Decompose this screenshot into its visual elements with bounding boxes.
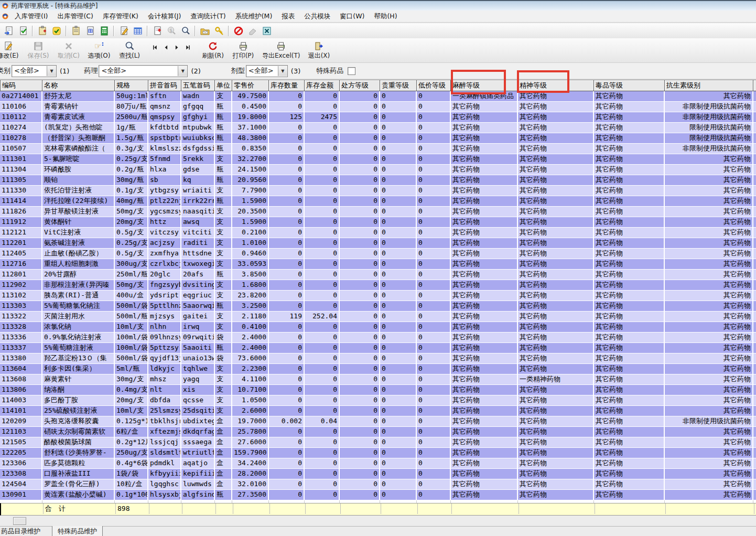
cell-零售价[interactable]: 73.6000: [232, 353, 269, 364]
cell-抗生素级别[interactable]: 其它药物: [665, 374, 753, 385]
cell-库存数量[interactable]: 0: [269, 364, 305, 374]
cell-库存金额[interactable]: 0: [305, 385, 340, 395]
cell-零售价[interactable]: 0.4100: [232, 322, 269, 333]
cell-贵重等级[interactable]: 0: [380, 207, 417, 217]
cell-库存数量[interactable]: 0: [269, 144, 305, 154]
cell-抗生素级别[interactable]: 其它药物: [665, 333, 753, 343]
cell-零售价[interactable]: 1.0500: [232, 395, 269, 406]
cell-低价等级[interactable]: 0: [417, 91, 451, 102]
cell-低价等级[interactable]: 0: [417, 312, 451, 322]
cell-麻醉等级[interactable]: 其它药物: [451, 364, 518, 374]
cell-抗生素级别[interactable]: 其它药物: [665, 448, 753, 458]
cell-抗生素级别[interactable]: 其它药物: [665, 186, 753, 196]
cell-毒品等级[interactable]: 其它药物: [594, 406, 665, 416]
cell-处方等级[interactable]: 0: [340, 133, 380, 144]
cell-规格[interactable]: 250ml/瓶: [115, 270, 148, 280]
cell-贵重等级[interactable]: 0: [380, 112, 417, 123]
cell-抗生素级别[interactable]: 其它药物: [665, 228, 753, 238]
cell-拼音首码[interactable]: tbklhsjr: [148, 416, 181, 427]
cell-零售价[interactable]: 48.3800: [232, 133, 269, 144]
table-row[interactable]: 113604利多卡因(集采）5ml/瓶ldkyjctqhlwe支2.230000…: [0, 364, 756, 374]
cell-规格[interactable]: 0.2g/瓶: [115, 165, 148, 175]
new-document-button[interactable]: [2, 24, 16, 38]
cell-麻醉等级[interactable]: 其它药物: [451, 437, 518, 448]
exit-door-button[interactable]: 退出(X): [304, 39, 334, 62]
cell-零售价[interactable]: 2.1180: [232, 312, 269, 322]
cell-贵重等级[interactable]: 0: [380, 249, 417, 259]
cell-名称[interactable]: VitC注射液: [42, 228, 115, 238]
cell-编码[interactable]: 111304: [0, 165, 42, 175]
cell-拼音首码[interactable]: xftezmjs: [148, 427, 181, 437]
menu-item[interactable]: 库存管理(K): [98, 12, 143, 21]
cell-毒品等级[interactable]: 其它药物: [594, 280, 665, 291]
cell-规格[interactable]: 1袋/袋: [115, 469, 148, 479]
cell-单位[interactable]: 支: [215, 91, 232, 102]
cell-名称[interactable]: 25%硫酸镁注射液: [42, 406, 115, 416]
table-row[interactable]: 110278（舒普深）头孢哌酮1.5g/瓶spstbptrwuiubksc瓶48…: [0, 133, 756, 144]
cell-毒品等级[interactable]: 其它药物: [594, 133, 665, 144]
cell-库存数量[interactable]: 0: [269, 448, 305, 458]
footer-tab-2[interactable]: 特殊药品维护: [52, 526, 103, 536]
cell-零售价[interactable]: 2.4000: [232, 333, 269, 343]
cell-编码[interactable]: 130901: [0, 490, 42, 500]
cell-库存数量[interactable]: 0: [269, 333, 305, 343]
cell-编码[interactable]: 112801: [0, 270, 42, 280]
cell-五笔首码[interactable]: txwoxegi: [181, 259, 215, 270]
cell-五笔首码[interactable]: yagq: [181, 374, 215, 385]
cell-麻醉等级[interactable]: 其它药物: [451, 353, 518, 364]
cell-库存金额[interactable]: 0: [305, 469, 340, 479]
cell-处方等级[interactable]: 0: [340, 175, 380, 186]
cell-处方等级[interactable]: 0: [340, 458, 380, 469]
cell-库存数量[interactable]: 0: [269, 490, 305, 500]
cell-拼音首码[interactable]: sftn: [148, 91, 181, 102]
clipboard-add-button[interactable]: [35, 24, 49, 38]
cell-库存金额[interactable]: 0: [305, 406, 340, 416]
cell-精神等级[interactable]: 其它药物: [518, 175, 594, 186]
save-button[interactable]: 保存(S): [23, 39, 53, 62]
cell-库存数量[interactable]: 0: [269, 374, 305, 385]
cell-处方等级[interactable]: 0: [340, 228, 380, 238]
cell-编码[interactable]: 111305: [0, 175, 42, 186]
table-row[interactable]: 111330依托泊苷注射液0.1g/支ytbgzsywriaiti支7.7900…: [0, 186, 756, 196]
cell-处方等级[interactable]: 0: [340, 123, 380, 133]
cell-麻醉等级[interactable]: 其它药物: [451, 322, 518, 333]
document-table-button[interactable]: [83, 24, 97, 38]
table-row[interactable]: 113806纳洛酮0.4mg/支nltxis支10.710000000其它药物其…: [0, 385, 756, 395]
cell-麻醉等级[interactable]: 其它药物: [451, 207, 518, 217]
cell-库存数量[interactable]: 0: [269, 280, 305, 291]
cell-编码[interactable]: 113806: [0, 385, 42, 395]
cell-五笔首码[interactable]: wriaiti: [181, 186, 215, 196]
cell-单位[interactable]: 瓶: [215, 123, 232, 133]
cell-单位[interactable]: 支: [215, 364, 232, 374]
cell-编码[interactable]: 111414: [0, 196, 42, 207]
print-button[interactable]: 打印(P): [228, 39, 258, 62]
column-header-名称[interactable]: 名称: [42, 80, 115, 91]
cell-处方等级[interactable]: 0: [340, 280, 380, 291]
cell-规格[interactable]: 0.5g/支: [115, 228, 148, 238]
cell-低价等级[interactable]: 0: [417, 416, 451, 427]
cell-五笔首码[interactable]: wuiubksc: [181, 133, 215, 144]
column-header-处方等级[interactable]: 处方等级: [340, 80, 380, 91]
table-row[interactable]: 111826异甘草酸镁注射液50mg/支ygcsmzsynaasqiti支20.…: [0, 207, 756, 217]
cell-处方等级[interactable]: 0: [340, 343, 380, 353]
cell-零售价[interactable]: 20.3500: [232, 207, 269, 217]
cell-名称[interactable]: 口服补液盐III: [42, 469, 115, 479]
cell-库存数量[interactable]: 0: [269, 133, 305, 144]
cell-低价等级[interactable]: 0: [417, 364, 451, 374]
cell-五笔首码[interactable]: kepifiii: [181, 469, 215, 479]
cell-毒品等级[interactable]: 其它药物: [594, 416, 665, 427]
cell-拼音首码[interactable]: ydsript: [148, 291, 181, 301]
cell-零售价[interactable]: 159.7900: [232, 448, 269, 458]
cell-精神等级[interactable]: 其它药物: [518, 112, 594, 123]
cell-单位[interactable]: 支: [215, 374, 232, 385]
cell-拼音首码[interactable]: czrlxbcj: [148, 259, 181, 270]
cell-库存数量[interactable]: 0: [269, 196, 305, 207]
cell-五笔首码[interactable]: naasqiti: [181, 207, 215, 217]
cell-精神等级[interactable]: 其它药物: [518, 291, 594, 301]
cell-五笔首码[interactable]: gdse: [181, 165, 215, 175]
cell-贵重等级[interactable]: 0: [380, 270, 417, 280]
cell-五笔首码[interactable]: dvsiting: [181, 280, 215, 291]
cell-毒品等级[interactable]: 其它药物: [594, 469, 665, 479]
cell-零售价[interactable]: 1.5900: [232, 217, 269, 228]
cell-拼音首码[interactable]: ygcsmzsy: [148, 207, 181, 217]
